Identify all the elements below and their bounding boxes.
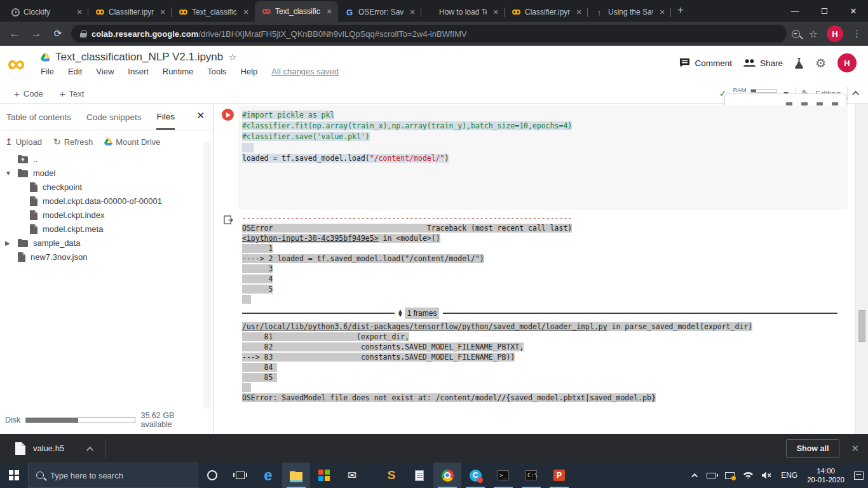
menu-item-runtime[interactable]: Runtime — [163, 67, 193, 76]
wifi-indicator[interactable] — [739, 463, 757, 488]
tree-item-new7-3nov-json[interactable]: new7.3nov.json — [0, 250, 214, 264]
battery-indicator[interactable] — [702, 463, 721, 488]
clockify-app-button[interactable]: C — [461, 463, 489, 488]
notebook-title[interactable]: Text_classification_NLP V2.1.ipynb — [55, 51, 223, 64]
menu-item-file[interactable]: File — [41, 67, 54, 76]
menu-item-help[interactable]: Help — [241, 67, 258, 76]
window-minimize-button[interactable]: — — [780, 0, 810, 22]
traceback-link[interactable]: <ipython-input-30-4c395bf949e5> — [242, 234, 379, 243]
microsoft-store-button[interactable] — [310, 463, 338, 488]
browser-tab[interactable]: How to load Te✕ — [421, 3, 505, 22]
notepad-button[interactable] — [405, 463, 433, 488]
start-button[interactable] — [0, 463, 28, 488]
flask-icon[interactable] — [794, 58, 804, 69]
star-notebook-icon[interactable]: ☆ — [228, 51, 236, 63]
sidebar-tab-table-of-contents[interactable]: Table of contents — [6, 105, 71, 129]
terminal-admin-button[interactable]: C:\ — [517, 463, 545, 488]
collapse-header-icon[interactable] — [852, 91, 859, 98]
zoom-icon[interactable] — [792, 30, 800, 38]
language-indicator[interactable]: ENG — [776, 463, 802, 488]
code-editor[interactable]: #import pickle as pkl#classifier.fit(np.… — [238, 105, 848, 210]
traceback-link[interactable]: /usr/local/lib/python3.6/dist-packages/t… — [242, 322, 607, 331]
close-download-bar-icon[interactable]: ✕ — [851, 443, 859, 454]
tab-close-icon[interactable]: ✕ — [407, 7, 417, 17]
mount-drive-button[interactable]: Mount Drive — [104, 137, 160, 147]
menu-item-tools[interactable]: Tools — [207, 67, 226, 76]
taskbar-clock[interactable]: 14:00 20-01-2020 — [802, 466, 850, 484]
chrome-button[interactable] — [433, 463, 461, 488]
terminal-button[interactable]: >_ — [489, 463, 517, 488]
cortana-button[interactable] — [198, 463, 226, 488]
tab-close-icon[interactable]: ✕ — [574, 7, 584, 17]
comment-button[interactable]: Comment — [679, 58, 732, 68]
mail-button[interactable]: ✉ — [338, 463, 366, 488]
tree-item---[interactable]: .. — [0, 152, 214, 166]
share-button[interactable]: Share — [743, 58, 783, 68]
browser-tab[interactable]: Clockify✕ — [5, 3, 88, 22]
sidebar-tab-code-snippets[interactable]: Code snippets — [86, 105, 141, 129]
scrollbar-thumb[interactable] — [858, 310, 865, 342]
add-code-button[interactable]: +Code — [14, 88, 43, 99]
menu-item-view[interactable]: View — [96, 67, 114, 76]
chevron-right-icon[interactable]: ▶ — [5, 240, 13, 247]
new-tab-button[interactable]: + — [672, 3, 689, 19]
browser-tab[interactable]: ↑Using the Save✕ — [588, 3, 671, 22]
volume-indicator[interactable] — [757, 463, 776, 488]
frames-toggle-icon[interactable]: ▲▼ — [398, 309, 402, 317]
browser-tab[interactable]: Text_classificat✕ — [255, 1, 338, 22]
tab-close-icon[interactable]: ✕ — [657, 7, 667, 17]
show-all-button[interactable]: Show all — [786, 439, 840, 458]
menu-item-edit[interactable]: Edit — [68, 67, 82, 76]
browser-tab[interactable]: Classifier.ipynb✕ — [88, 3, 172, 22]
browser-menu-icon[interactable]: ⋮ — [852, 28, 862, 39]
file-explorer-button[interactable] — [282, 463, 310, 488]
window-close-button[interactable]: ✕ — [839, 0, 868, 22]
tab-close-icon[interactable]: ✕ — [491, 7, 501, 17]
tree-item-model-ckpt-index[interactable]: model.ckpt.index — [0, 208, 214, 222]
frames-count-label[interactable]: 1 frames — [405, 308, 440, 319]
menu-item-insert[interactable]: Insert — [128, 67, 149, 76]
action-center-button[interactable] — [850, 463, 868, 488]
browser-tab[interactable]: GOSError: Save✕ — [338, 3, 421, 22]
refresh-button[interactable]: ↻Refresh — [53, 137, 93, 147]
tree-item-model-ckpt-meta[interactable]: model.ckpt.meta — [0, 222, 214, 236]
powerpoint-button[interactable]: P — [545, 463, 573, 488]
sublime-button[interactable]: S — [377, 463, 405, 488]
taskbar-search-input[interactable]: Type here to search — [28, 463, 198, 488]
bookmark-star-icon[interactable]: ☆ — [809, 28, 818, 40]
download-item[interactable]: value.h5 — [0, 434, 105, 463]
tray-expand-button[interactable] — [689, 463, 702, 488]
tab-close-icon[interactable]: ✕ — [324, 6, 334, 17]
download-options-icon[interactable] — [88, 443, 93, 454]
address-bar[interactable]: colab.research.google.com/drive/1BHXjMra… — [71, 25, 787, 43]
tree-item-model[interactable]: ▼model — [0, 166, 214, 180]
cast-indicator[interactable] — [721, 463, 739, 488]
account-avatar[interactable]: H — [837, 53, 857, 72]
add-text-button[interactable]: +Text — [60, 88, 85, 99]
tree-item-checkpoint[interactable]: checkpoint — [0, 180, 214, 194]
edge-button[interactable]: e — [254, 463, 282, 488]
code-cell[interactable]: #import pickle as pkl#classifier.fit(np.… — [216, 105, 848, 210]
browser-tab[interactable]: Text_classificati✕ — [172, 3, 255, 22]
back-button[interactable]: ← — [6, 27, 23, 40]
browser-tab[interactable]: Classifier.ipynb✕ — [505, 3, 588, 22]
forward-button[interactable]: → — [28, 27, 44, 40]
notebook-scrollbar[interactable] — [855, 104, 868, 434]
tree-item-model-ckpt-data-00000-of-00001[interactable]: model.ckpt.data-00000-of-00001 — [0, 194, 214, 208]
run-cell-button[interactable] — [222, 109, 234, 121]
browser-profile-avatar[interactable]: H — [827, 25, 843, 42]
sidebar-tab-files[interactable]: Files — [156, 104, 175, 130]
close-panel-icon[interactable]: ✕ — [196, 110, 205, 121]
tree-item-sample-data[interactable]: ▶sample_data — [0, 236, 214, 250]
upload-button[interactable]: ↥Upload — [5, 137, 42, 147]
settings-gear-icon[interactable]: ⚙ — [815, 56, 826, 71]
sidebar-scrollbar[interactable] — [203, 142, 211, 409]
tab-close-icon[interactable]: ✕ — [158, 7, 168, 17]
task-view-button[interactable] — [226, 463, 254, 488]
reload-button[interactable]: ⟳ — [50, 28, 66, 39]
tab-close-icon[interactable]: ✕ — [74, 7, 85, 17]
chevron-down-icon[interactable]: ▼ — [5, 170, 13, 177]
window-restore-button[interactable] — [810, 0, 839, 22]
restore-icon — [822, 8, 827, 14]
tab-close-icon[interactable]: ✕ — [241, 7, 251, 17]
